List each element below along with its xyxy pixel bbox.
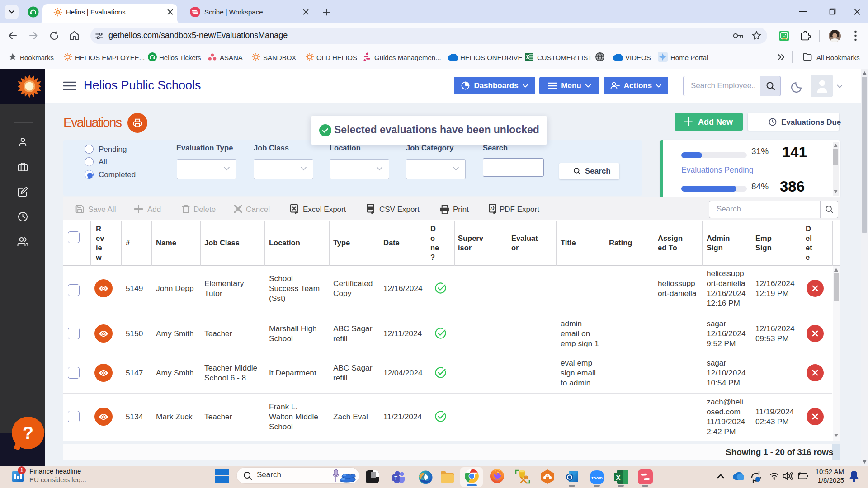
svg-text:zoom: zoom — [591, 475, 603, 480]
svg-text:T: T — [394, 475, 397, 481]
svg-text:A: A — [490, 206, 493, 211]
svg-text:X: X — [616, 474, 620, 481]
